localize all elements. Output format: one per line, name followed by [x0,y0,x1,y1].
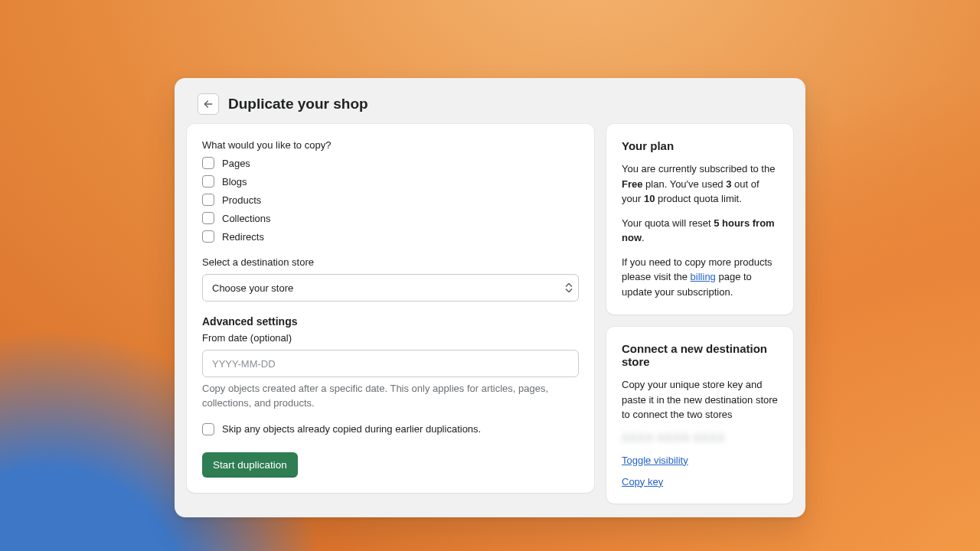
start-duplication-button[interactable]: Start duplication [202,452,298,478]
checkbox-row-products: Products [202,194,579,206]
modal-panel: Duplicate your shop What would you like … [175,78,805,517]
plan-reset-text: Your quota will reset 5 hours from now. [622,216,778,246]
main-form-card: What would you like to copy? Pages Blogs… [187,124,594,493]
from-date-help: Copy objects created after a specific da… [202,382,579,411]
destination-select-value: Choose your store [212,282,293,294]
plan-card: Your plan You are currently subscribed t… [606,124,793,315]
checkbox-collections[interactable] [202,212,214,224]
checkbox-pages[interactable] [202,157,214,169]
checkbox-row-redirects: Redirects [202,230,579,243]
plan-usage-text: You are currently subscribed to the Free… [622,161,778,207]
arrow-left-icon [202,98,214,110]
from-date-label: From date (optional) [202,332,579,344]
toggle-visibility-link[interactable]: Toggle visibility [622,455,688,466]
checkbox-row-collections: Collections [202,212,579,224]
panel-header: Duplicate your shop [198,93,781,115]
store-key-masked: XXXX-XXXX-XXXX [622,432,778,444]
sidebar: Your plan You are currently subscribed t… [606,124,793,504]
plan-heading: Your plan [622,139,778,152]
copy-key-link[interactable]: Copy key [622,476,663,487]
from-date-input[interactable] [202,350,579,377]
checkbox-row-pages: Pages [202,157,579,169]
plan-billing-text: If you need to copy more products please… [622,255,778,300]
destination-select-wrap: Choose your store [202,274,579,302]
checkbox-skip[interactable] [202,423,214,435]
connect-body: Copy your unique store key and paste it … [622,377,778,422]
checkbox-row-blogs: Blogs [202,175,579,187]
copy-prompt-label: What would you like to copy? [202,139,579,151]
connect-card: Connect a new destination store Copy you… [606,327,793,504]
destination-label: Select a destination store [202,256,579,268]
connect-heading: Connect a new destination store [622,342,778,368]
desktop-background: Duplicate your shop What would you like … [0,0,980,551]
checkbox-products[interactable] [202,194,214,206]
checkbox-label: Products [222,194,261,206]
checkbox-label: Blogs [222,176,247,187]
page-title: Duplicate your shop [228,96,368,112]
skip-label: Skip any objects already copied during e… [222,423,481,435]
advanced-heading: Advanced settings [202,315,579,328]
skip-row: Skip any objects already copied during e… [202,423,579,435]
back-button[interactable] [198,93,219,115]
checkbox-blogs[interactable] [202,175,214,187]
checkbox-redirects[interactable] [202,230,214,243]
checkbox-label: Redirects [222,231,264,243]
billing-link[interactable]: billing [691,271,716,282]
checkbox-label: Collections [222,213,271,224]
checkbox-label: Pages [222,158,250,169]
destination-select[interactable]: Choose your store [202,274,579,302]
